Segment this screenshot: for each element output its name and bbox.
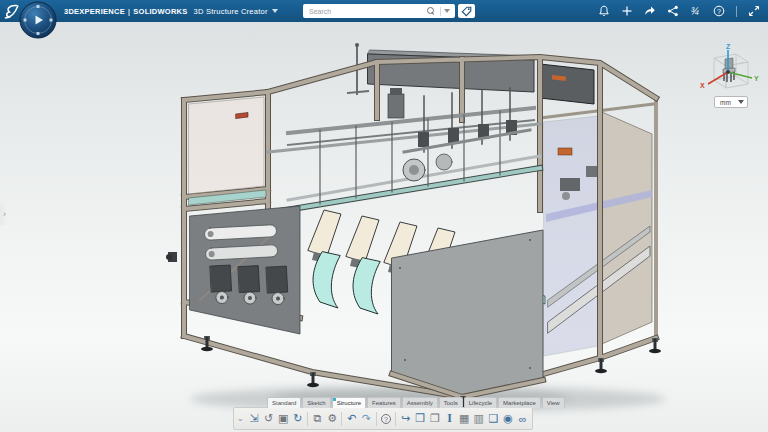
tab-features[interactable]: Features	[367, 397, 401, 408]
units-dropdown[interactable]: mm	[714, 96, 748, 108]
sync-icon[interactable]: ↻	[292, 409, 305, 428]
notifications-bell-icon[interactable]	[598, 5, 610, 17]
search-options-chevron-icon[interactable]	[444, 9, 450, 13]
toolbar-separator	[307, 412, 308, 426]
tab-marketplace[interactable]: Marketplace	[498, 397, 541, 408]
toolbar-separator	[341, 412, 342, 426]
3d-model-machine	[0, 0, 768, 432]
platform-name: 3DEXPERIENCE	[64, 7, 125, 16]
units-value: mm	[715, 99, 738, 106]
tag-button[interactable]	[458, 4, 475, 18]
3d-viewport[interactable]: Z X Y mm ›	[0, 0, 768, 432]
undo-icon[interactable]: ↶	[345, 409, 358, 428]
import-3d-icon[interactable]: ⇲	[248, 409, 261, 428]
orientation-triad[interactable]: Z X Y	[696, 42, 760, 96]
panel-icon[interactable]: ▥	[472, 409, 485, 428]
app-title: 3D Structure Creator	[193, 7, 267, 16]
search-divider	[440, 7, 441, 16]
route-icon[interactable]: ↪	[399, 409, 412, 428]
chevron-down-icon	[272, 9, 278, 13]
machine-body	[166, 43, 661, 410]
toolbar-collapse-chevron[interactable]: ⌄	[237, 414, 244, 424]
add-icon[interactable]	[621, 5, 633, 17]
tab-view[interactable]: View	[542, 397, 565, 408]
top-bar: 3DEXPERIENCE | SOLIDWORKS 3D Structure C…	[0, 0, 768, 22]
brand-separator: |	[128, 7, 130, 16]
search-model-binoculars-icon[interactable]: ∞	[516, 409, 529, 428]
save-icon[interactable]: ▣	[277, 409, 290, 428]
search-icon[interactable]	[427, 7, 436, 16]
insert-component-icon[interactable]: ❐	[429, 409, 442, 428]
copy-icon[interactable]: ⧉	[311, 409, 324, 428]
sphere-icon[interactable]: ◉	[502, 409, 515, 428]
axis-y-label: Y	[754, 75, 759, 82]
action-bar-toolbar: ⌄ ⇲ ↺ ▣ ↻ ⧉ ⚙ ↶ ↷ ? ↪ ❒ ❐ I ▦ ▥ ❑ ◉ ∞	[233, 407, 533, 430]
tab-lifecycle[interactable]: Lifecycle	[464, 397, 497, 408]
tag-icon	[461, 6, 472, 17]
fullscreen-icon[interactable]	[748, 5, 760, 17]
help-icon[interactable]: ?	[713, 5, 725, 17]
component-icon[interactable]: ❑	[487, 409, 500, 428]
topbar-divider	[736, 6, 737, 17]
history-icon[interactable]: ↺	[262, 409, 275, 428]
3ds-logo	[4, 3, 20, 19]
box-icon[interactable]: ❒	[414, 409, 427, 428]
svg-text:¾: ¾	[691, 6, 699, 17]
action-bar-tabs: Standard Sketch Structure Features Assem…	[267, 396, 565, 408]
left-panel-expander[interactable]: ›	[0, 203, 9, 225]
settings-gear-icon[interactable]: ⚙	[326, 409, 339, 428]
toolbar-separator	[395, 412, 396, 426]
search-box	[303, 4, 455, 18]
tab-standard[interactable]: Standard	[267, 397, 301, 408]
brand-name: SOLIDWORKS	[133, 7, 187, 16]
share-nodes-icon[interactable]	[667, 5, 679, 17]
axis-x-label: X	[700, 82, 705, 89]
toolbar-separator	[376, 412, 377, 426]
help-circle-icon[interactable]: ?	[380, 409, 393, 428]
svg-text:?: ?	[717, 8, 721, 15]
share-forward-icon[interactable]	[644, 5, 656, 17]
chevron-down-icon	[738, 100, 744, 104]
tab-sketch[interactable]: Sketch	[302, 397, 330, 408]
search-input[interactable]	[303, 8, 427, 15]
chevron-right-icon: ›	[3, 209, 6, 219]
structural-beam-icon[interactable]: I	[443, 409, 456, 428]
tab-structure[interactable]: Structure	[332, 397, 366, 408]
tab-assembly[interactable]: Assembly	[402, 397, 438, 408]
shortcuts-icon[interactable]: ¾	[690, 5, 702, 17]
redo-icon[interactable]: ↷	[360, 409, 373, 428]
app-title-menu[interactable]: 3D Structure Creator	[193, 7, 277, 16]
axis-z-label: Z	[726, 43, 731, 50]
grid-icon[interactable]: ▦	[458, 409, 471, 428]
tab-tools[interactable]: Tools	[439, 397, 463, 408]
3dexperience-compass[interactable]	[19, 1, 57, 41]
